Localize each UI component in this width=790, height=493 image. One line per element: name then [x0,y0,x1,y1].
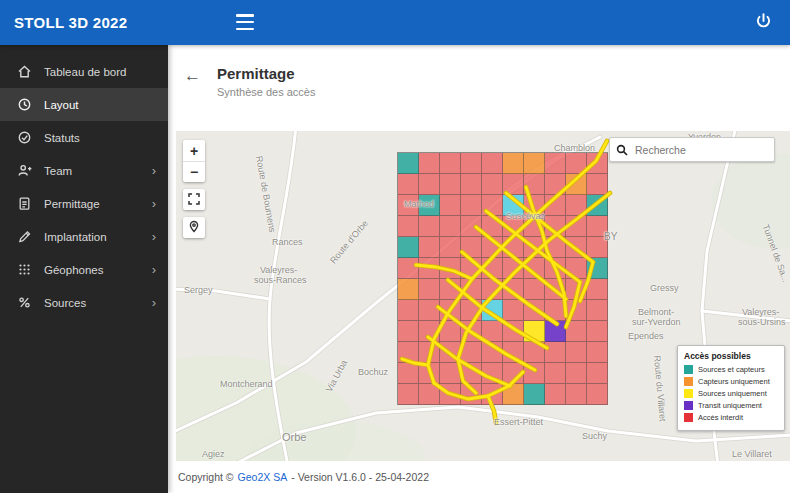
grid-cell[interactable] [419,195,440,216]
grid-cell[interactable] [587,174,608,195]
grid-cell[interactable] [587,300,608,321]
grid-cell[interactable] [503,237,524,258]
grid-cell[interactable] [482,174,503,195]
grid-cell[interactable] [482,300,503,321]
grid-cell[interactable] [503,279,524,300]
grid-cell[interactable] [398,237,419,258]
grid-cell[interactable] [419,279,440,300]
grid-cell[interactable] [524,216,545,237]
grid-cell[interactable] [482,363,503,384]
grid-cell[interactable] [461,153,482,174]
grid-cell[interactable] [545,363,566,384]
grid-cell[interactable] [440,216,461,237]
grid-cell[interactable] [461,384,482,405]
grid-cell[interactable] [524,279,545,300]
grid-cell[interactable] [503,384,524,405]
grid-cell[interactable] [587,216,608,237]
grid-cell[interactable] [524,384,545,405]
grid-cell[interactable] [398,258,419,279]
grid-cell[interactable] [440,195,461,216]
sidebar-item-dashboard[interactable]: Tableau de bord [0,55,168,88]
grid-cell[interactable] [419,300,440,321]
grid-cell[interactable] [524,174,545,195]
grid-cell[interactable] [398,300,419,321]
grid-cell[interactable] [461,174,482,195]
grid-cell[interactable] [398,216,419,237]
grid-cell[interactable] [482,342,503,363]
grid-cell[interactable] [482,384,503,405]
sidebar-item-layout[interactable]: Layout [0,88,168,121]
grid-cell[interactable] [524,153,545,174]
search-input[interactable] [633,143,774,157]
grid-cell[interactable] [440,174,461,195]
grid-cell[interactable] [566,300,587,321]
back-button[interactable]: ← [184,66,201,86]
grid-cell[interactable] [587,258,608,279]
grid-cell[interactable] [503,342,524,363]
fullscreen-button[interactable] [183,189,205,210]
sidebar-item-sources[interactable]: Sources › [0,286,168,319]
sidebar-item-geophones[interactable]: Géophones › [0,253,168,286]
grid-cell[interactable] [545,279,566,300]
grid-cell[interactable] [419,258,440,279]
grid-cell[interactable] [545,384,566,405]
grid-cell[interactable] [461,300,482,321]
grid-cell[interactable] [419,237,440,258]
zoom-out-button[interactable]: − [183,161,205,182]
grid-cell[interactable] [545,216,566,237]
grid-cell[interactable] [419,342,440,363]
grid-cell[interactable] [419,216,440,237]
grid-cell[interactable] [566,153,587,174]
grid-cell[interactable] [566,174,587,195]
grid-cell[interactable] [398,321,419,342]
grid-cell[interactable] [524,237,545,258]
grid-cell[interactable] [503,363,524,384]
grid-cell[interactable] [440,258,461,279]
grid-cell[interactable] [482,153,503,174]
grid-cell[interactable] [524,363,545,384]
grid-cell[interactable] [440,153,461,174]
grid-cell[interactable] [587,342,608,363]
grid-cell[interactable] [461,216,482,237]
locate-button[interactable] [183,217,205,238]
grid-cell[interactable] [461,342,482,363]
geo2x-link[interactable]: Geo2X SA [238,471,288,483]
grid-cell[interactable] [419,363,440,384]
grid-cell[interactable] [482,321,503,342]
grid-cell[interactable] [398,195,419,216]
grid-cell[interactable] [398,384,419,405]
grid-cell[interactable] [566,237,587,258]
sidebar-item-permittage[interactable]: Permittage › [0,187,168,220]
grid-cell[interactable] [587,153,608,174]
grid-cell[interactable] [545,195,566,216]
grid-cell[interactable] [524,321,545,342]
grid-cell[interactable] [524,258,545,279]
grid-cell[interactable] [461,195,482,216]
grid-cell[interactable] [419,321,440,342]
sidebar-item-implantation[interactable]: Implantation › [0,220,168,253]
grid-cell[interactable] [587,321,608,342]
menu-toggle-button[interactable] [236,14,254,30]
grid-cell[interactable] [461,258,482,279]
grid-cell[interactable] [461,321,482,342]
power-button[interactable] [755,13,772,34]
grid-cell[interactable] [419,153,440,174]
grid-cell[interactable] [440,237,461,258]
map-search[interactable] [609,137,775,162]
grid-cell[interactable] [587,195,608,216]
grid-cell[interactable] [503,216,524,237]
grid-cell[interactable] [440,279,461,300]
grid-cell[interactable] [545,321,566,342]
zoom-in-button[interactable]: + [183,140,205,161]
grid-cell[interactable] [503,174,524,195]
grid-cell[interactable] [545,174,566,195]
grid-cell[interactable] [566,258,587,279]
grid-cell[interactable] [482,216,503,237]
grid-cell[interactable] [545,342,566,363]
grid-cell[interactable] [545,300,566,321]
grid-cell[interactable] [461,279,482,300]
grid-cell[interactable] [482,258,503,279]
grid-cell[interactable] [461,363,482,384]
grid-cell[interactable] [398,174,419,195]
grid-cell[interactable] [566,384,587,405]
